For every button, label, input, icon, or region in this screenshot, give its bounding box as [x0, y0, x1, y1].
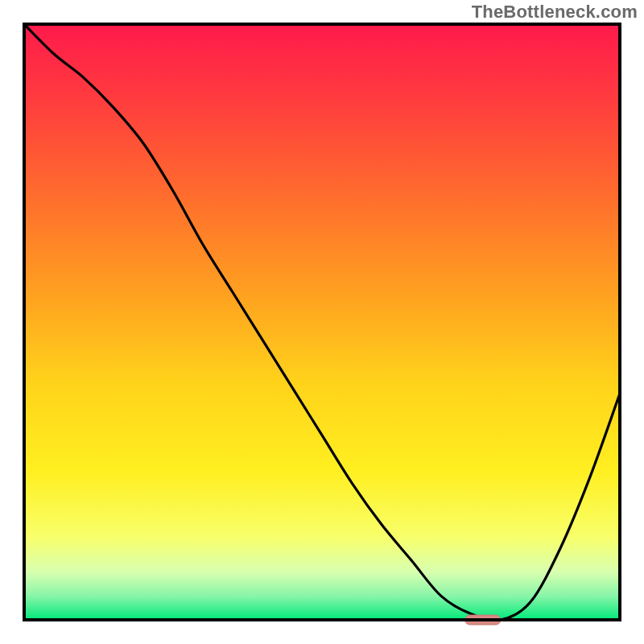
plot-background — [24, 24, 620, 620]
chart-container: { "watermark": "TheBottleneck.com", "col… — [0, 0, 644, 644]
bottleneck-chart — [0, 0, 644, 644]
